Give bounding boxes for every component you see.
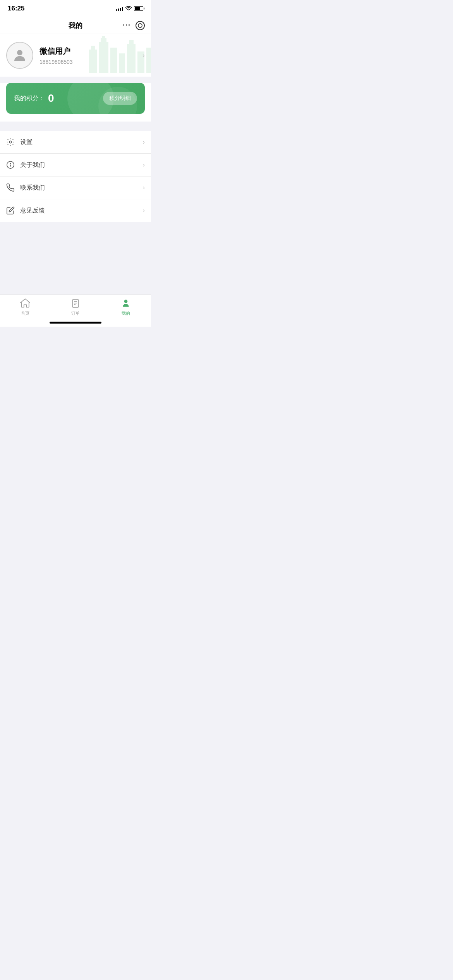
menu-item-contact-left: 联系我们 — [6, 183, 45, 192]
svg-rect-5 — [110, 48, 117, 73]
svg-point-12 — [9, 141, 12, 143]
menu-about-label: 关于我们 — [20, 161, 45, 169]
svg-rect-3 — [101, 38, 106, 42]
menu-item-settings-left: 设置 — [6, 138, 33, 146]
svg-point-11 — [17, 50, 22, 55]
profile-name: 微信用户 — [39, 46, 73, 57]
points-card: 我的积分： 0 积分明细 — [6, 83, 145, 114]
points-detail-button[interactable]: 积分明细 — [103, 92, 137, 105]
svg-rect-7 — [127, 44, 136, 73]
orders-tab-icon — [70, 298, 81, 309]
tab-bar: 首页 订单 我的 — [0, 295, 151, 327]
mine-tab-icon — [120, 298, 131, 309]
svg-rect-6 — [119, 53, 125, 73]
tab-item-mine[interactable]: 我的 — [101, 298, 151, 316]
tab-mine-label: 我的 — [122, 310, 130, 316]
status-bar: 16:25 — [0, 0, 151, 17]
nav-actions: ··· — [123, 21, 145, 30]
menu-contact-label: 联系我们 — [20, 184, 45, 192]
svg-point-20 — [124, 300, 128, 303]
svg-rect-16 — [72, 300, 79, 307]
menu-item-settings[interactable]: 设置 › — [0, 131, 151, 154]
menu-item-contact[interactable]: 联系我们 › — [0, 176, 151, 199]
svg-rect-1 — [91, 46, 95, 50]
tab-item-orders[interactable]: 订单 — [50, 298, 101, 316]
status-icons — [116, 6, 143, 11]
points-label: 我的积分： 0 — [14, 92, 54, 105]
profile-phone: 18819806503 — [39, 59, 73, 65]
contact-arrow-icon: › — [143, 184, 145, 191]
tab-item-home[interactable]: 首页 — [0, 298, 50, 316]
signal-icon — [116, 6, 123, 11]
skyline-decoration — [85, 34, 151, 73]
more-button[interactable]: ··· — [123, 21, 131, 29]
tab-home-label: 首页 — [21, 310, 29, 316]
menu-item-about[interactable]: 关于我们 › — [0, 154, 151, 176]
svg-rect-4 — [102, 36, 105, 38]
profile-section[interactable]: 微信用户 18819806503 › — [0, 34, 151, 77]
menu-list: 设置 › 关于我们 › 联系我们 › — [0, 131, 151, 222]
feedback-arrow-icon: › — [143, 207, 145, 214]
info-icon — [6, 161, 15, 169]
svg-rect-0 — [89, 50, 97, 73]
edit-icon — [6, 206, 15, 215]
section-gap — [0, 122, 151, 126]
profile-arrow-icon: › — [142, 51, 145, 60]
avatar — [6, 42, 33, 69]
home-tab-icon — [20, 298, 31, 309]
battery-icon — [134, 6, 143, 11]
about-arrow-icon: › — [143, 161, 145, 168]
settings-icon — [6, 138, 15, 146]
svg-rect-8 — [129, 40, 134, 44]
home-indicator — [50, 322, 101, 324]
wifi-icon — [125, 6, 132, 11]
nav-bar: 我的 ··· — [0, 17, 151, 34]
settings-arrow-icon: › — [143, 139, 145, 146]
phone-icon — [6, 183, 15, 192]
svg-rect-10 — [146, 48, 151, 73]
tab-orders-label: 订单 — [71, 310, 80, 316]
avatar-icon — [12, 47, 28, 63]
page-title: 我的 — [69, 21, 82, 30]
menu-item-about-left: 关于我们 — [6, 161, 45, 169]
menu-settings-label: 设置 — [20, 138, 33, 146]
status-time: 16:25 — [8, 5, 24, 12]
scan-button[interactable] — [136, 21, 145, 30]
profile-info: 微信用户 18819806503 — [39, 46, 73, 65]
points-value: 0 — [48, 92, 54, 105]
menu-item-feedback-left: 意见反馈 — [6, 206, 45, 215]
profile-left: 微信用户 18819806503 — [6, 42, 73, 69]
menu-item-feedback[interactable]: 意见反馈 › — [0, 199, 151, 222]
svg-rect-2 — [99, 42, 108, 73]
menu-feedback-label: 意见反馈 — [20, 207, 45, 215]
